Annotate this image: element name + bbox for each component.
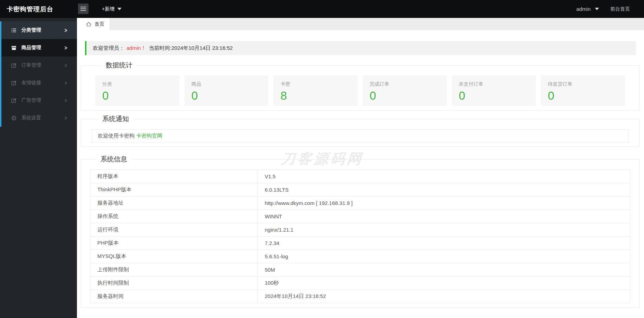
sidebar-item-orders[interactable]: 订单管理 > (0, 57, 77, 74)
chevron-right-icon: > (64, 27, 67, 34)
chevron-down-icon (595, 8, 599, 10)
home-icon (86, 21, 92, 27)
tab-home-label: 首页 (95, 21, 104, 27)
stat-label: 待发货订单 (548, 81, 618, 87)
welcome-username: admin！ (126, 45, 146, 52)
chevron-right-icon: > (64, 80, 67, 86)
sidebar-item-label: 订单管理 (21, 62, 64, 68)
sysinfo-key: 运行环境 (90, 223, 258, 237)
notice-section: 系统通知 欢迎使用卡密狗 卡密狗官网 (81, 114, 639, 147)
shop-icon (11, 45, 17, 51)
sidebar: 分类管理 > 商品管理 > (0, 18, 77, 318)
table-row: ThinkPHP版本 6.0.13LTS (90, 183, 630, 197)
notice-text: 欢迎使用卡密狗 (98, 133, 136, 139)
sysinfo-key: PHP版本 (90, 237, 258, 250)
table-row: 服务器地址 http://www.dkym.com [ 192.168.31.9… (90, 197, 630, 210)
sysinfo-key: 程序版本 (90, 170, 258, 183)
welcome-banner: 欢迎管理员： admin！ 当前时间:2024年10月14日 23:16:52 (85, 41, 636, 55)
sysinfo-key: 操作系统 (90, 210, 258, 223)
sysinfo-value: 6.0.13LTS (258, 183, 630, 197)
topbar-right: admin 前台首页 (576, 0, 630, 18)
stat-card-unpaid-orders: 未支付订单 0 (452, 75, 536, 106)
notice-section-title: 系统通知 (98, 114, 133, 124)
sysinfo-section: 系统信息 程序版本 V1.5 ThinkPHP版本 6.0.13LTS 服务器地… (81, 155, 639, 308)
sysinfo-value: 2024年10月14日 23:16:52 (258, 290, 630, 303)
sidebar-item-ads[interactable]: 广告管理 > (0, 92, 77, 109)
hamburger-icon (80, 6, 86, 11)
sysinfo-section-title: 系统信息 (96, 155, 131, 164)
table-row: 操作系统 WINNT (90, 210, 630, 223)
stats-section-title: 数据统计 (102, 61, 137, 70)
edit-icon (11, 62, 17, 68)
stat-value: 0 (459, 90, 529, 102)
table-row: MYSQL版本 5.6.51-log (90, 250, 630, 263)
stat-card-product: 商品 0 (184, 75, 269, 106)
sidebar-item-settings[interactable]: 系统设置 > (0, 109, 77, 127)
sysinfo-table: 程序版本 V1.5 ThinkPHP版本 6.0.13LTS 服务器地址 htt… (90, 170, 630, 303)
user-dropdown[interactable]: admin (576, 6, 599, 12)
stat-card-category: 分类 0 (95, 75, 180, 106)
sysinfo-key: 服务器地址 (90, 197, 258, 210)
chevron-right-icon: > (64, 62, 67, 69)
sysinfo-value: 50M (258, 263, 630, 277)
sysinfo-value: WINNT (258, 210, 630, 223)
stat-cards: 分类 0 商品 0 卡密 8 完成订单 0 未支付订单 0 (95, 75, 625, 106)
table-row: 运行环境 nginx/1.21.1 (90, 223, 630, 237)
topbar: 卡密狗管理后台 +新增 admin 前台首页 (0, 0, 644, 18)
gear-icon (11, 115, 17, 121)
stat-card-cardkey: 卡密 8 (273, 75, 358, 106)
add-new-dropdown[interactable]: +新增 (102, 0, 122, 18)
stat-label: 完成订单 (370, 81, 440, 87)
sysinfo-key: 服务器时间 (90, 290, 258, 303)
stat-label: 商品 (191, 81, 262, 87)
sysinfo-key: 上传附件限制 (90, 263, 258, 277)
sysinfo-value: 5.6.51-log (258, 250, 630, 263)
sidebar-item-products[interactable]: 商品管理 > (0, 39, 77, 57)
sysinfo-value: 7.2.34 (258, 237, 630, 250)
sysinfo-key: MYSQL版本 (90, 250, 258, 263)
stat-label: 卡密 (280, 81, 351, 87)
table-row: 上传附件限制 50M (90, 263, 630, 277)
sidebar-menu: 分类管理 > 商品管理 > (0, 21, 77, 127)
edit-icon (11, 97, 17, 104)
table-row: 程序版本 V1.5 (90, 170, 630, 183)
sysinfo-value: http://www.dkym.com [ 192.168.31.9 ] (258, 197, 630, 210)
official-site-link[interactable]: 卡密狗官网 (136, 133, 162, 139)
stat-value: 8 (280, 90, 351, 102)
stat-value: 0 (548, 90, 618, 102)
sysinfo-key: ThinkPHP版本 (90, 183, 258, 197)
app-title: 卡密狗管理后台 (7, 0, 53, 18)
sidebar-item-label: 友情链接 (21, 80, 64, 86)
sidebar-item-label: 广告管理 (21, 97, 64, 104)
edit-icon (11, 80, 17, 86)
chevron-right-icon: > (64, 97, 67, 104)
notice-item: 欢迎使用卡密狗 卡密狗官网 (92, 129, 629, 143)
table-row: 服务器时间 2024年10月14日 23:16:52 (90, 290, 630, 303)
chevron-right-icon: > (64, 45, 67, 51)
stat-card-done-orders: 完成订单 0 (363, 75, 447, 106)
sidebar-item-links[interactable]: 友情链接 > (0, 74, 77, 92)
sysinfo-key: 执行时间限制 (90, 277, 258, 290)
stat-card-unshipped-orders: 待发货订单 0 (541, 75, 625, 106)
list-icon (11, 27, 17, 33)
stat-value: 0 (102, 90, 173, 102)
stat-label: 分类 (102, 81, 173, 87)
table-row: 执行时间限制 100秒 (90, 277, 630, 290)
sysinfo-value: V1.5 (258, 170, 630, 183)
sidebar-item-category[interactable]: 分类管理 > (0, 21, 77, 39)
chevron-down-icon (117, 8, 122, 10)
tab-bar: 首页 (77, 18, 644, 30)
sidebar-toggle-button[interactable] (78, 4, 89, 14)
table-row: PHP版本 7.2.34 (90, 237, 630, 250)
welcome-prefix: 欢迎管理员： (93, 45, 124, 52)
front-home-link[interactable]: 前台首页 (610, 6, 630, 12)
stat-label: 未支付订单 (459, 81, 529, 87)
stats-section: 数据统计 分类 0 商品 0 卡密 8 完成订单 0 (81, 61, 639, 111)
main-content: 首页 欢迎管理员： admin！ 当前时间:2024年10月14日 23:16:… (77, 18, 644, 318)
stat-value: 0 (370, 90, 440, 102)
admin-page: 卡密狗管理后台 +新增 admin 前台首页 (0, 0, 644, 318)
username-label: admin (576, 6, 591, 12)
sidebar-item-label: 商品管理 (21, 45, 64, 51)
tab-home[interactable]: 首页 (77, 18, 110, 30)
welcome-time: 当前时间:2024年10月14日 23:16:52 (149, 45, 233, 52)
